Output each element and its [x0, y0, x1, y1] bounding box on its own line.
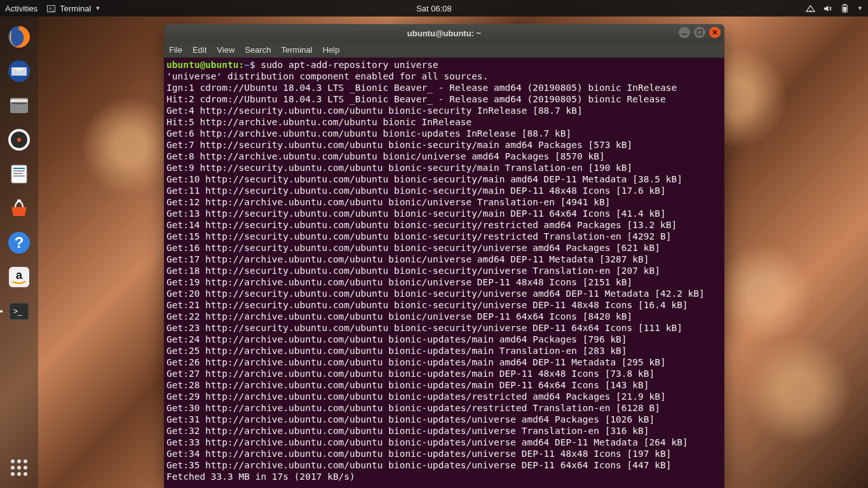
dock-item-files[interactable]: [4, 90, 34, 121]
app-menu[interactable]: >_ Terminal ▼: [46, 4, 100, 13]
terminal-output-line: Get:27 http://archive.ubuntu.com/ubuntu …: [166, 368, 722, 379]
terminal-output-line: Get:11 http://security.ubuntu.com/ubuntu…: [166, 185, 722, 196]
terminal-output-line: Get:35 http://archive.ubuntu.com/ubuntu …: [166, 459, 722, 471]
menu-edit[interactable]: Edit: [193, 45, 207, 55]
svg-rect-26: [682, 34, 687, 35]
window-title: ubuntu@ubuntu: ~: [407, 29, 481, 38]
terminal-output-line: Get:26 http://archive.ubuntu.com/ubuntu …: [166, 356, 722, 368]
terminal-output-line: Get:8 http://archive.ubuntu.com/ubuntu b…: [166, 151, 722, 162]
terminal-output-line: Get:24 http://archive.ubuntu.com/ubuntu …: [166, 334, 722, 345]
terminal-output-line: Get:32 http://archive.ubuntu.com/ubuntu …: [166, 425, 722, 437]
grid-icon: [11, 459, 27, 476]
terminal-output-line: Get:23 http://security.ubuntu.com/ubuntu…: [166, 322, 722, 334]
terminal-output-line: Get:28 http://archive.ubuntu.com/ubuntu …: [166, 379, 722, 391]
svg-rect-5: [843, 6, 846, 11]
terminal-output-line: Get:9 http://security.ubuntu.com/ubuntu …: [166, 162, 722, 173]
terminal-output-line: Get:33 http://archive.ubuntu.com/ubuntu …: [166, 437, 722, 448]
dock-item-amazon[interactable]: a: [4, 262, 34, 292]
chevron-down-icon: ▼: [95, 5, 100, 11]
terminal-menubar: File Edit View Search Terminal Help: [164, 42, 724, 58]
terminal-output-line: Get:29 http://archive.ubuntu.com/ubuntu …: [166, 391, 722, 402]
terminal-viewport[interactable]: ubuntu@ubuntu:~$ sudo apt-add-repository…: [164, 58, 724, 488]
menu-search[interactable]: Search: [245, 45, 271, 55]
svg-rect-15: [13, 168, 25, 169]
terminal-output-line: Hit:5 http://archive.ubuntu.com/ubuntu b…: [166, 116, 722, 128]
activities-button[interactable]: Activities: [5, 4, 37, 13]
terminal-output-line: 'universe' distribution component enable…: [166, 71, 722, 82]
terminal-output-line: Get:16 http://security.ubuntu.com/ubuntu…: [166, 242, 722, 254]
dock-item-firefox[interactable]: [4, 22, 34, 52]
svg-text:?: ?: [15, 234, 24, 251]
terminal-output-line: Get:22 http://archive.ubuntu.com/ubuntu …: [166, 311, 722, 322]
terminal-output-line: Get:4 http://security.ubuntu.com/ubuntu …: [166, 105, 722, 116]
terminal-output-line: Get:18 http://security.ubuntu.com/ubuntu…: [166, 265, 722, 276]
svg-rect-18: [13, 175, 25, 177]
app-menu-label: Terminal: [60, 4, 91, 13]
svg-rect-17: [13, 173, 22, 174]
volume-icon: [823, 4, 832, 13]
svg-rect-16: [13, 170, 25, 172]
terminal-output-line: Get:15 http://security.ubuntu.com/ubuntu…: [166, 231, 722, 242]
terminal-output-line: Get:19 http://archive.ubuntu.com/ubuntu …: [166, 276, 722, 288]
svg-rect-10: [10, 99, 28, 102]
terminal-icon: >_: [46, 4, 56, 13]
svg-rect-19: [17, 200, 21, 202]
clock[interactable]: Sat 06:08: [416, 4, 452, 13]
chevron-down-icon: ▼: [857, 5, 863, 11]
terminal-output-line: Get:21 http://security.ubuntu.com/ubuntu…: [166, 299, 722, 311]
terminal-output-line: Get:7 http://security.ubuntu.com/ubuntu …: [166, 139, 722, 151]
terminal-window: ubuntu@ubuntu: ~ File Edit View Search T…: [164, 24, 724, 488]
terminal-output-line: Fetched 33.3 MB in 17s (2017 kB/s): [166, 471, 722, 482]
terminal-output-line: Hit:2 cdrom://Ubuntu 18.04.3 LTS _Bionic…: [166, 93, 722, 105]
dock-item-terminal[interactable]: >_: [4, 296, 34, 327]
terminal-output-line: Get:13 http://security.ubuntu.com/ubuntu…: [166, 208, 722, 219]
terminal-output-line: Get:30 http://archive.ubuntu.com/ubuntu …: [166, 402, 722, 414]
network-icon: [806, 4, 815, 13]
terminal-output-line: Get:34 http://archive.ubuntu.com/ubuntu …: [166, 448, 722, 459]
menu-terminal[interactable]: Terminal: [281, 45, 313, 55]
window-minimize-button[interactable]: [679, 27, 690, 38]
terminal-output-line: Get:31 http://archive.ubuntu.com/ubuntu …: [166, 414, 722, 425]
svg-text:a: a: [16, 269, 23, 281]
battery-icon: [840, 4, 850, 13]
terminal-output-line: Get:20 http://security.ubuntu.com/ubuntu…: [166, 288, 722, 299]
svg-rect-27: [698, 30, 702, 35]
window-maximize-button[interactable]: [694, 27, 705, 38]
window-close-button[interactable]: [709, 27, 721, 38]
dock-item-software[interactable]: [4, 193, 34, 224]
top-panel: Activities >_ Terminal ▼ Sat 06:08 ▼: [0, 0, 868, 17]
show-applications-button[interactable]: [4, 452, 34, 483]
terminal-output-line: Get:17 http://archive.ubuntu.com/ubuntu …: [166, 254, 722, 265]
dock-item-rhythmbox[interactable]: [4, 125, 34, 155]
menu-view[interactable]: View: [217, 45, 234, 55]
menu-help[interactable]: Help: [323, 45, 340, 55]
terminal-output-line: Ign:1 cdrom://Ubuntu 18.04.3 LTS _Bionic…: [166, 82, 722, 93]
dock-item-thunderbird[interactable]: [4, 56, 34, 86]
svg-point-13: [17, 138, 21, 142]
menu-file[interactable]: File: [169, 45, 182, 55]
terminal-output-line: Get:6 http://archive.ubuntu.com/ubuntu b…: [166, 128, 722, 139]
svg-text:>_: >_: [49, 6, 55, 11]
system-status-area[interactable]: ▼: [806, 4, 863, 13]
dock-item-help[interactable]: ?: [4, 227, 34, 258]
dock: ? a >_: [0, 17, 38, 488]
svg-rect-4: [844, 4, 846, 4]
terminal-output-line: Get:25 http://archive.ubuntu.com/ubuntu …: [166, 345, 722, 356]
window-titlebar[interactable]: ubuntu@ubuntu: ~: [164, 24, 724, 42]
terminal-output-line: Get:12 http://archive.ubuntu.com/ubuntu …: [166, 196, 722, 208]
dock-item-writer[interactable]: [4, 159, 34, 189]
terminal-output-line: Get:10 http://security.ubuntu.com/ubuntu…: [166, 173, 722, 185]
terminal-output-line: Get:14 http://security.ubuntu.com/ubuntu…: [166, 219, 722, 231]
svg-text:>_: >_: [13, 307, 22, 316]
